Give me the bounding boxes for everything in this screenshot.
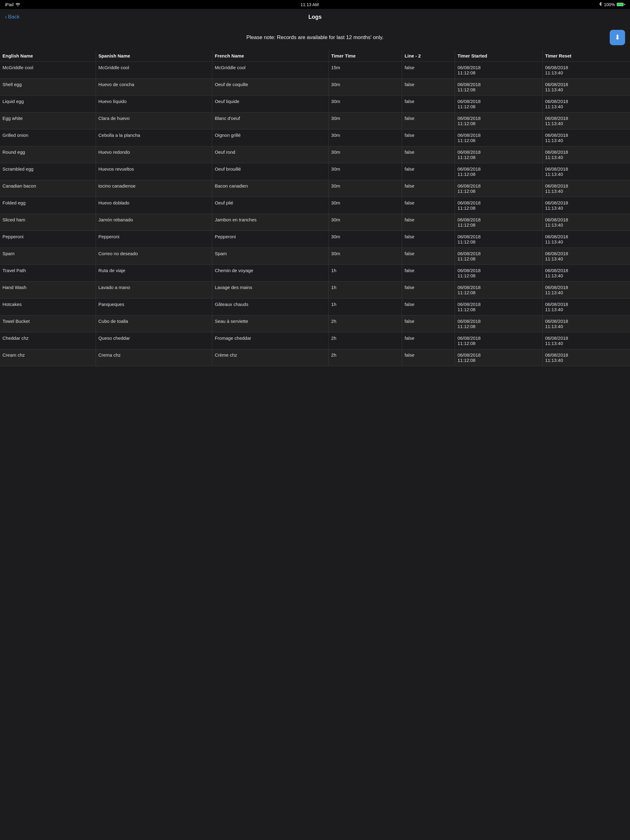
cell-french: Blanc d'oeuf [212, 112, 329, 129]
cell-timer: 1h [329, 265, 402, 282]
cell-french: Fromage cheddar [212, 332, 329, 349]
cell-spanish: Huevos revueltos [96, 163, 212, 180]
cell-line: false [402, 79, 455, 96]
cell-reset: 06/08/2018 11:13:40 [542, 79, 630, 96]
cell-line: false [402, 282, 455, 298]
cell-started: 06/08/2018 11:12:08 [455, 180, 543, 197]
cell-reset: 06/08/2018 11:13:40 [542, 146, 630, 163]
cell-english: Pepperoni [0, 231, 96, 248]
cell-timer: 30m [329, 214, 402, 231]
device-label: iPad [5, 2, 14, 7]
nav-bar: ‹ Back Logs [0, 9, 630, 24]
cell-english: Towel Bucket [0, 316, 96, 332]
cell-english: Folded egg [0, 197, 96, 214]
cell-spanish: Jamón rebanado [96, 214, 212, 231]
header-french: French Name [212, 50, 329, 62]
cell-timer: 2h [329, 332, 402, 349]
table-row: SpamCorreo no deseadoSpam30mfalse06/08/2… [0, 248, 630, 265]
cell-started: 06/08/2018 11:12:08 [455, 79, 543, 96]
cell-started: 06/08/2018 11:12:08 [455, 298, 543, 316]
cell-timer: 1h [329, 282, 402, 298]
cell-started: 06/08/2018 11:12:08 [455, 197, 543, 214]
cell-line: false [402, 332, 455, 349]
cell-spanish: Huevo doblado [96, 197, 212, 214]
cell-timer: 1h [329, 298, 402, 316]
notice-bar: Please note: Records are available for l… [0, 24, 630, 50]
cell-english: Round egg [0, 146, 96, 163]
cell-started: 06/08/2018 11:12:08 [455, 129, 543, 146]
cell-english: Liquid egg [0, 96, 96, 112]
table-row: Travel PathRuta de viajeChemin de voyage… [0, 265, 630, 282]
cell-reset: 06/08/2018 11:13:40 [542, 129, 630, 146]
cell-line: false [402, 316, 455, 332]
cell-started: 06/08/2018 11:12:08 [455, 265, 543, 282]
table-row: HotcakesPanquequesGâteaux chauds1hfalse0… [0, 298, 630, 316]
cell-reset: 06/08/2018 11:13:40 [542, 349, 630, 366]
status-left: iPad [5, 2, 20, 7]
back-button[interactable]: ‹ Back [5, 14, 20, 20]
cell-english: Cream chz [0, 349, 96, 366]
cell-timer: 30m [329, 112, 402, 129]
back-label: Back [8, 14, 20, 20]
table-row: Hand WashLavado a manoLavage des mains1h… [0, 282, 630, 298]
cell-line: false [402, 265, 455, 282]
cell-reset: 06/08/2018 11:13:40 [542, 62, 630, 79]
cell-line: false [402, 180, 455, 197]
cell-started: 06/08/2018 11:12:08 [455, 163, 543, 180]
cell-reset: 06/08/2018 11:13:40 [542, 214, 630, 231]
cell-french: McGriddle cool [212, 62, 329, 79]
cell-timer: 15m [329, 62, 402, 79]
cell-timer: 30m [329, 248, 402, 265]
cell-spanish: Clara de huevo [96, 112, 212, 129]
table-row: Canadian bacontocino canadienseBacon can… [0, 180, 630, 197]
cell-line: false [402, 163, 455, 180]
cell-spanish: Huevo redondo [96, 146, 212, 163]
cell-french: Bacon canadien [212, 180, 329, 197]
cell-reset: 06/08/2018 11:13:40 [542, 298, 630, 316]
cell-spanish: Huevo líquido [96, 96, 212, 112]
table-row: Towel BucketCubo de toallaSeau à serviet… [0, 316, 630, 332]
header-started: Timer Started [455, 50, 543, 62]
cell-started: 06/08/2018 11:12:08 [455, 112, 543, 129]
cell-english: Grilled onion [0, 129, 96, 146]
cell-french: Lavage des mains [212, 282, 329, 298]
cell-french: Chemin de voyage [212, 265, 329, 282]
cell-english: McGriddle cool [0, 62, 96, 79]
cell-french: Oeuf brouillé [212, 163, 329, 180]
table-row: McGriddle coolMcGriddle coolMcGriddle co… [0, 62, 630, 79]
cell-spanish: Lavado a mano [96, 282, 212, 298]
cell-english: Canadian bacon [0, 180, 96, 197]
download-icon: ⬇ [615, 34, 620, 41]
table-row: Shell eggHuevo de conchaOeuf de coquille… [0, 79, 630, 96]
battery-percent: 100% [604, 2, 615, 7]
cell-english: Hand Wash [0, 282, 96, 298]
cell-timer: 30m [329, 129, 402, 146]
table-row: Sliced hamJamón rebanadoJambon en tranch… [0, 214, 630, 231]
status-time: 11:13 AM [301, 2, 319, 7]
cell-reset: 06/08/2018 11:13:40 [542, 316, 630, 332]
notice-text: Please note: Records are available for l… [20, 35, 610, 41]
logs-table: English Name Spanish Name French Name Ti… [0, 50, 630, 366]
table-row: Grilled onionCebolla a la planchaOignon … [0, 129, 630, 146]
cell-reset: 06/08/2018 11:13:40 [542, 231, 630, 248]
cell-timer: 30m [329, 197, 402, 214]
cell-line: false [402, 96, 455, 112]
cell-line: false [402, 146, 455, 163]
cell-english: Scrambled egg [0, 163, 96, 180]
cell-started: 06/08/2018 11:12:08 [455, 349, 543, 366]
cell-line: false [402, 231, 455, 248]
cell-reset: 06/08/2018 11:13:40 [542, 180, 630, 197]
cell-french: Seau à serviette [212, 316, 329, 332]
cell-timer: 2h [329, 316, 402, 332]
download-button[interactable]: ⬇ [610, 30, 625, 45]
cell-reset: 06/08/2018 11:13:40 [542, 163, 630, 180]
cell-spanish: Panqueques [96, 298, 212, 316]
cell-spanish: Queso cheddar [96, 332, 212, 349]
cell-spanish: Cebolla a la plancha [96, 129, 212, 146]
cell-french: Oeuf rond [212, 146, 329, 163]
cell-french: Oignon grillé [212, 129, 329, 146]
cell-line: false [402, 62, 455, 79]
cell-reset: 06/08/2018 11:13:40 [542, 248, 630, 265]
table-row: Cheddar chzQueso cheddarFromage cheddar2… [0, 332, 630, 349]
table-row: Egg whiteClara de huevoBlanc d'oeuf30mfa… [0, 112, 630, 129]
